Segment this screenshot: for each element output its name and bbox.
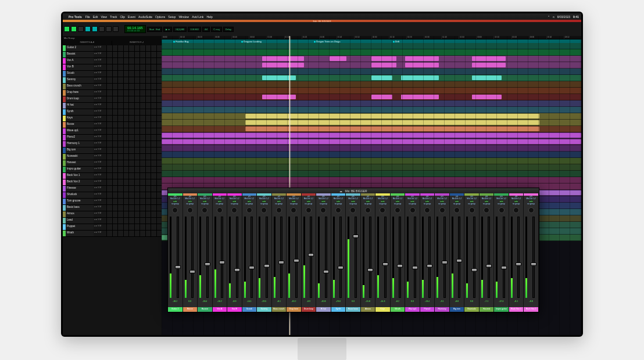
selection-range[interactable]: StartEnd (147, 27, 163, 32)
track-inserts[interactable] (106, 179, 162, 185)
audio-clip[interactable] (472, 75, 502, 80)
track-inserts[interactable] (106, 77, 162, 83)
track-inserts[interactable] (106, 186, 162, 192)
mixer-channel[interactable]: I/OMicLine 1-2autono group-3.9Drum loop (302, 193, 317, 312)
channel-group[interactable]: no group (231, 203, 238, 206)
track-name[interactable]: Impro guitar (66, 167, 94, 172)
pan-knob[interactable] (410, 207, 416, 213)
channel-group[interactable]: no group (483, 203, 491, 206)
track-row[interactable]: Guitar 2● ▸ S M (63, 45, 162, 52)
ruler-tick[interactable]: 00:40 (231, 36, 249, 39)
mixer-channel[interactable]: I/OMicLine 1-2autono group-13.4Piano2 (420, 193, 435, 312)
track-row[interactable]: Finesse● ▸ S M (63, 186, 162, 192)
pan-knob[interactable] (217, 207, 223, 213)
track-controls[interactable]: ● ▸ S M (94, 186, 106, 192)
audio-clip[interactable] (162, 139, 581, 144)
track-name[interactable]: Atmos (66, 211, 94, 217)
track-row[interactable]: Bocce● ▸ S M (63, 122, 162, 128)
tool-pencil[interactable] (113, 26, 119, 32)
track-controls[interactable]: ● ▸ S M (94, 192, 106, 198)
fader-cap[interactable] (486, 264, 492, 268)
mix-groups-header[interactable]: Mix Group (63, 36, 162, 41)
timeline-lane[interactable] (162, 94, 581, 100)
channel-group[interactable]: no group (305, 203, 313, 206)
track-name[interactable]: Bocce (66, 122, 94, 128)
track-row[interactable]: Back Vox 1● ▸ S M (63, 173, 162, 179)
channel-io[interactable]: I/OMicLine 1-2 (467, 196, 476, 200)
timeline-lane[interactable] (162, 100, 581, 107)
timeline-lane[interactable] (162, 164, 581, 171)
track-row[interactable]: Hi hat● ▸ S M (63, 103, 162, 109)
channel-group[interactable]: no group (513, 203, 520, 206)
menu-setup[interactable]: Setup (168, 15, 176, 19)
fader-cap[interactable] (175, 265, 181, 269)
menu-view[interactable]: View (101, 15, 107, 19)
track-controls[interactable]: ● ▸ S M (94, 103, 106, 109)
track-controls[interactable]: ● ▸ S M (94, 231, 106, 236)
mixer-channel[interactable]: I/OMicLine 1-2autono group-8.8Big tom (450, 193, 465, 312)
audio-clip[interactable] (330, 56, 346, 61)
channel-group[interactable]: no group (290, 203, 298, 206)
mixer-channel[interactable]: I/OMicLine 1-2autono group-8.2Wrath (391, 193, 406, 312)
audio-clip[interactable] (262, 75, 296, 80)
timeline-lane[interactable] (162, 113, 581, 120)
track-controls[interactable]: ● ▸ S M (94, 160, 106, 166)
channel-name[interactable]: Wrath (391, 307, 405, 312)
mixer-channel[interactable]: I/OMicLine 1-2autono group-8.1Bass crunc… (272, 193, 287, 312)
track-row[interactable]: Vox A● ▸ S M (63, 58, 162, 64)
channel-name[interactable]: Sammy (257, 307, 271, 312)
track-name[interactable]: Drop here (66, 90, 94, 96)
menu-help[interactable]: Help (206, 15, 212, 19)
ruler-tick[interactable]: 03:10 (493, 36, 511, 39)
timeline-lane[interactable] (162, 120, 581, 126)
fader-cap[interactable] (323, 270, 329, 273)
pan-knob[interactable] (350, 207, 356, 213)
audio-clip[interactable] (262, 95, 296, 99)
mix-window[interactable]: ☁ Mix: BE BIGGER I/OMicLine 1-2autono gr… (167, 188, 539, 312)
track-name[interactable]: Synth (66, 109, 94, 115)
audio-clip[interactable] (371, 63, 396, 67)
track-row[interactable]: Bassist● ▸ S M (63, 52, 162, 58)
control-center-icon[interactable]: ⎋ (553, 15, 554, 19)
track-controls[interactable]: ● ▸ S M (94, 77, 106, 83)
channel-name[interactable]: Scoob (242, 307, 257, 312)
mix-window-title[interactable]: ☁ Mix: BE BIGGER (168, 188, 539, 193)
timeline-lane[interactable] (162, 126, 581, 132)
channel-io[interactable]: I/OMicLine 1-2 (304, 196, 313, 200)
track-inserts[interactable] (106, 103, 162, 109)
pan-knob[interactable] (172, 207, 178, 213)
track-name[interactable]: Drum loop (66, 96, 94, 102)
ruler-tick[interactable]: 01:40 (337, 36, 354, 39)
edit-mode-slip[interactable] (71, 26, 77, 32)
channel-name[interactable]: Harvest (480, 307, 494, 312)
pan-knob[interactable] (484, 207, 489, 213)
ruler-tick[interactable]: 02:00 (371, 36, 389, 39)
ruler-tick[interactable]: 01:00 (266, 36, 284, 39)
mixer-channel[interactable]: I/OMicLine 1-2autono group-23.6Synth (331, 193, 346, 312)
ruler-tick[interactable]: 00:30 (214, 36, 231, 39)
track-name[interactable]: Wrath (66, 231, 94, 236)
fader-cap[interactable] (294, 259, 299, 262)
fader-cap[interactable] (338, 266, 344, 269)
marker[interactable]: Drift (393, 40, 399, 43)
track-row[interactable]: Bass crunch● ▸ S M (63, 84, 162, 90)
track-name[interactable]: Finesse (66, 186, 94, 192)
track-inserts[interactable] (106, 167, 162, 172)
channel-name[interactable]: Vox A (213, 307, 227, 312)
channel-io[interactable]: I/OMicLine 1-2 (393, 196, 402, 200)
channel-io[interactable]: I/OMicLine 1-2 (363, 196, 373, 200)
track-name[interactable]: Piano2 (66, 135, 94, 141)
pan-knob[interactable] (469, 207, 475, 213)
ruler-tick[interactable]: 03:00 (476, 36, 493, 39)
audio-clip[interactable] (472, 63, 506, 67)
app-name[interactable]: Pro Tools (69, 15, 82, 19)
channel-group[interactable]: no group (394, 203, 402, 206)
channel-io[interactable]: I/OMicLine 1-2 (274, 196, 284, 200)
channel-io[interactable]: I/OMicLine 1-2 (215, 196, 224, 200)
pan-knob[interactable] (306, 207, 312, 213)
track-controls[interactable]: ● ▸ S M (94, 109, 106, 115)
channel-name[interactable]: Noveaski (464, 307, 479, 312)
channel-name[interactable]: Basic bass (346, 307, 360, 312)
ruler-tick[interactable]: 02:40 (441, 36, 459, 39)
track-controls[interactable]: ● ▸ S M (94, 211, 106, 217)
